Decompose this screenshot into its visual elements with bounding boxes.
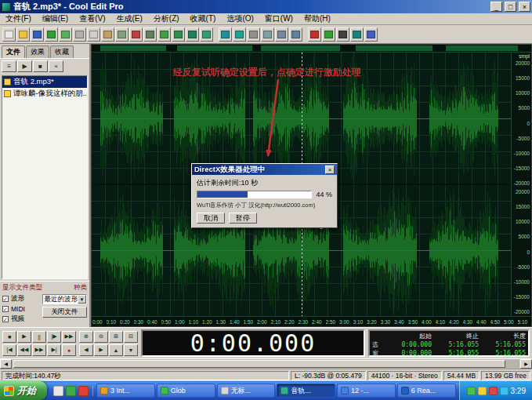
menu-item[interactable]: 收藏(T) bbox=[185, 13, 222, 24]
close-file-icon[interactable]: × bbox=[49, 60, 63, 72]
mix-paste-icon[interactable] bbox=[115, 27, 128, 42]
dialog-button[interactable]: 暂停 bbox=[229, 213, 257, 224]
scroll-right-icon[interactable]: ▶ bbox=[520, 359, 532, 369]
delete-icon[interactable] bbox=[129, 27, 143, 42]
checkbox[interactable]: ✓ bbox=[2, 306, 9, 312]
stop-tool-icon[interactable] bbox=[336, 27, 349, 42]
stop-button[interactable]: ■ bbox=[2, 331, 16, 343]
menu-item[interactable]: 查看(V) bbox=[74, 13, 110, 24]
sidebar-tab[interactable]: 收藏 bbox=[50, 45, 74, 58]
play-tool-icon[interactable] bbox=[322, 27, 335, 42]
overview-bar[interactable] bbox=[92, 45, 531, 53]
menu-item[interactable]: 帮助(H) bbox=[299, 13, 336, 24]
copy-icon[interactable] bbox=[87, 27, 100, 42]
play-button[interactable]: ▶ bbox=[17, 331, 31, 343]
tray-icon[interactable] bbox=[489, 387, 498, 395]
multitrack-view-icon[interactable] bbox=[219, 27, 232, 42]
undo-icon[interactable] bbox=[45, 27, 58, 42]
quick-launch-icon[interactable] bbox=[66, 386, 76, 396]
tray-icon[interactable] bbox=[500, 387, 508, 395]
zoom-right-edge-button[interactable]: ▶ bbox=[94, 344, 108, 356]
zoom-in-tool-icon[interactable] bbox=[157, 27, 171, 42]
zoom-in-button[interactable]: ⊕ bbox=[79, 331, 93, 343]
cut-icon[interactable] bbox=[73, 27, 86, 42]
checkbox-label: MIDI bbox=[11, 305, 25, 313]
file-list-item[interactable]: 音轨 2.mp3* bbox=[2, 76, 87, 88]
taskbar-task[interactable]: 无标... bbox=[217, 384, 276, 398]
edit-view-icon[interactable] bbox=[233, 27, 246, 42]
sidebar-tab[interactable]: 效果 bbox=[26, 45, 49, 58]
new-file-icon[interactable] bbox=[2, 27, 16, 42]
paste-icon[interactable] bbox=[101, 27, 114, 42]
maximize-button[interactable]: □ bbox=[505, 2, 516, 12]
open-file-icon[interactable] bbox=[16, 27, 30, 42]
file-list[interactable]: 音轨 2.mp3*谭咏麟-像我这样的朋... bbox=[2, 75, 88, 279]
settings-icon[interactable] bbox=[350, 27, 364, 42]
menu-item[interactable]: 分析(Z) bbox=[148, 13, 185, 24]
redo-icon[interactable] bbox=[59, 27, 72, 42]
taskbar-task[interactable]: 6 Rea... bbox=[397, 384, 456, 398]
taskbar-task[interactable]: 3 Int... bbox=[96, 384, 155, 398]
tray-icon[interactable] bbox=[467, 387, 476, 395]
chevron-down-icon[interactable]: ▼ bbox=[78, 295, 86, 304]
rewind-button[interactable]: ◀◀ bbox=[17, 344, 31, 356]
cue-list-icon[interactable] bbox=[247, 27, 260, 42]
zoom-vertical-out-button[interactable]: ▼ bbox=[124, 344, 138, 356]
trim-icon[interactable] bbox=[143, 27, 157, 42]
sidebar-tab[interactable]: 文件 bbox=[2, 45, 25, 58]
play-from-cursor-button[interactable]: |▶ bbox=[47, 331, 61, 343]
zoom-selection-button[interactable]: ⊟ bbox=[124, 331, 138, 343]
mixer-icon[interactable] bbox=[275, 27, 288, 42]
scroll-left-icon[interactable]: ◀ bbox=[0, 359, 12, 369]
menu-item[interactable]: 编辑(E) bbox=[37, 13, 74, 24]
zoom-left-edge-button[interactable]: ◀ bbox=[79, 344, 93, 356]
zoom-full-button[interactable]: ⊞ bbox=[109, 331, 123, 343]
file-list-item[interactable]: 谭咏麟-像我这样的朋... bbox=[2, 88, 87, 100]
zoom-vertical-in-button[interactable]: ▲ bbox=[109, 344, 123, 356]
play-file-icon[interactable]: ▶ bbox=[17, 60, 32, 72]
taskbar-task[interactable]: Glob bbox=[157, 384, 215, 398]
timeline-label: 0:20 bbox=[120, 319, 134, 325]
dialog-title-bar[interactable]: DirectX效果器处理中 × bbox=[192, 164, 337, 175]
go-to-start-button[interactable]: |◀ bbox=[2, 344, 16, 356]
taskbar-task[interactable]: 12 -... bbox=[337, 384, 396, 398]
dialog-close-icon[interactable]: × bbox=[325, 165, 335, 174]
timeline-ruler[interactable]: 0:000:100:200:300:400:501:001:101:201:30… bbox=[92, 316, 531, 326]
close-file-button[interactable]: 关闭文件 bbox=[42, 307, 88, 318]
taskbar-task[interactable]: 音轨... bbox=[277, 384, 335, 398]
minimize-button[interactable]: _ bbox=[490, 2, 502, 12]
pause-button[interactable]: || bbox=[32, 331, 46, 343]
menu-item[interactable]: 文件(F) bbox=[0, 13, 37, 24]
quick-launch-icon[interactable] bbox=[53, 386, 63, 396]
menu-item[interactable]: 选项(O) bbox=[221, 13, 259, 24]
import-file-icon[interactable]: ≡ bbox=[2, 60, 16, 72]
spectral-view-icon[interactable] bbox=[186, 27, 199, 42]
dialog-button[interactable]: 取消 bbox=[197, 213, 225, 224]
start-button[interactable]: 开始 bbox=[0, 381, 47, 400]
menu-item[interactable]: 生成(E) bbox=[110, 13, 147, 24]
sort-dropdown[interactable]: 最近的波形 ▼ bbox=[42, 294, 88, 304]
amp-ruler[interactable]: smpl 20000150001000050000-5000-10000-150… bbox=[511, 53, 531, 316]
checkbox[interactable]: ✓ bbox=[2, 316, 9, 322]
menu-item[interactable]: 窗口(W) bbox=[259, 13, 299, 24]
eq-icon[interactable] bbox=[289, 27, 302, 42]
help-icon[interactable] bbox=[364, 27, 378, 42]
close-button[interactable]: × bbox=[519, 2, 530, 12]
stop-file-icon[interactable]: ■ bbox=[33, 60, 48, 72]
record-button[interactable]: ● bbox=[62, 344, 76, 356]
zoom-out-button[interactable]: ⊖ bbox=[94, 331, 108, 343]
scrollbar-thumb[interactable] bbox=[13, 360, 505, 368]
play-list-icon[interactable] bbox=[261, 27, 274, 42]
play-looped-button[interactable]: ▶▶ bbox=[62, 331, 76, 343]
tray-icon[interactable] bbox=[478, 387, 487, 395]
fast-forward-button[interactable]: ▶▶ bbox=[32, 344, 46, 356]
record-tool-icon[interactable] bbox=[308, 27, 321, 42]
waveform-view-icon[interactable] bbox=[200, 27, 213, 42]
info-value: 0:00.000 bbox=[385, 341, 432, 348]
go-to-end-button[interactable]: ▶| bbox=[47, 344, 61, 356]
checkbox[interactable]: ✓ bbox=[2, 296, 9, 302]
scrollbar-track[interactable] bbox=[13, 359, 519, 369]
zoom-out-tool-icon[interactable] bbox=[172, 27, 185, 42]
quick-launch-icon[interactable] bbox=[78, 386, 89, 396]
save-icon[interactable] bbox=[31, 27, 44, 42]
